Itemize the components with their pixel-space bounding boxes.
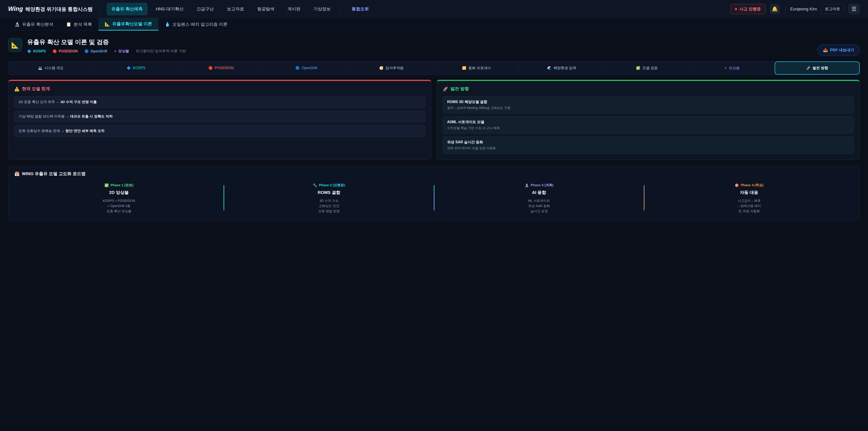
nav-item-hns-air-diffusion[interactable]: HNS·대기확산: [151, 3, 188, 16]
oil-fence-icon: 💧: [165, 22, 170, 27]
limitations-title-text: 현재 모델 한계: [22, 86, 50, 92]
nav-item-integrated-search[interactable]: 통합조회: [347, 3, 374, 16]
model-badge-row: 🔷 KOSPS 🔴 POSEIDON 🔵 OpenDrift ⚡ 앙상블 라그랑…: [27, 49, 186, 54]
page-title-icon-box: 📐: [8, 38, 22, 52]
chip-label: POSEIDON: [215, 66, 234, 70]
diamond-icon: 🔷: [27, 49, 31, 53]
badge-label: 앙상블: [118, 49, 129, 54]
direction-card-desc: 광역→상세역 Nesting 200m급 고해상도 구현: [447, 106, 849, 110]
nav-item-aerial-search[interactable]: 항공탐색: [252, 3, 279, 16]
limitation-text: 기상-해양 결합 피드백 미적용 →: [19, 114, 70, 118]
brand-mark: Wing: [8, 5, 23, 12]
directions-panel-title: 🚀 발전 방향: [443, 86, 854, 92]
export-icon: 📤: [823, 48, 828, 53]
nav-item-weather-info[interactable]: 기상정보: [309, 3, 336, 16]
divider: [341, 5, 341, 13]
rocket-icon: 🚀: [443, 86, 448, 92]
roadmap-title-text: WING 유출유 모델 고도화 로드맵: [22, 171, 86, 177]
badge-label: OpenDrift: [91, 49, 107, 53]
phase-line: 조류 정밀 반영: [224, 209, 434, 214]
red-circle-icon: 🔴: [53, 49, 57, 53]
chip-label: 모델 검증: [642, 66, 657, 70]
chip-label: 입자추적법: [385, 66, 404, 70]
hamburger-icon: ☰: [851, 6, 857, 12]
nav-item-oil-spill-prediction[interactable]: 유출유 확산예측: [106, 3, 148, 16]
direction-card: ROMS 3D 해양모델 결합 광역→상세역 Nesting 200m급 고해상…: [443, 96, 854, 114]
phase-line: 전 과정 자동화: [645, 209, 854, 214]
limitation-item: 기상-해양 결합 피드백 미적용 → 대규모 유출 시 정확도 저하: [14, 111, 425, 122]
chip-marine-environment-input[interactable]: 🌊 해양환경 입력: [519, 61, 604, 74]
direction-card-desc: 수치모델 학습 기반 수초 내 근사 예측: [447, 126, 849, 130]
incident-badge-label: 사고 진행중: [739, 6, 761, 12]
chip-poseidon[interactable]: 🔴 POSEIDON: [179, 61, 264, 74]
check-icon: ✅: [104, 183, 109, 187]
badge-label: KOSPS: [33, 49, 46, 53]
tab-diffusion-model-theory[interactable]: 📐 유출유확산모델 이론: [98, 18, 158, 31]
limitation-text: 2D 표층 확산 모의 위주 →: [19, 100, 60, 104]
chip-label: KOSPS: [133, 66, 145, 70]
logout-button[interactable]: 로그아웃: [821, 4, 844, 14]
wave-icon: 🌊: [547, 66, 552, 70]
phase-2-name: ROMS 결합: [224, 190, 434, 195]
current-limitations-panel: ⚠️ 현재 모델 한계 2D 표층 확산 모의 위주 → 3D 수직 구조 반영…: [8, 80, 431, 160]
hamburger-menu-button[interactable]: ☰: [848, 4, 860, 14]
chip-label: 발전 방향: [813, 66, 828, 70]
notifications-button[interactable]: 🔔: [770, 4, 780, 14]
triangle-ruler-icon: 📐: [11, 41, 19, 49]
roadmap-panel: 📅 WING 유출유 모델 고도화 로드맵 ✅ Phase 1 (완료) 2D …: [8, 166, 860, 221]
chip-particle-tracking[interactable]: 🧭 입자추적법: [349, 61, 434, 74]
badge-label: POSEIDON: [59, 49, 78, 53]
phase-3-name: AI 융합: [434, 190, 644, 195]
tab-label: 오일펜스 배치 알고리즘 이론: [173, 22, 228, 27]
check-icon: ✅: [636, 66, 640, 70]
chip-opendrift[interactable]: 🔵 OpenDrift: [264, 61, 349, 74]
chip-system-overview[interactable]: 💻 시스템 개요: [8, 61, 94, 74]
direction-card: AI/ML 서로게이트 모델 수치모델 학습 기반 수초 내 근사 예측: [443, 116, 854, 133]
bell-icon: 🔔: [772, 6, 778, 12]
topbar: Wing 해양환경 위기대응 통합시스템 유출유 확산예측 HNS·대기확산 긴…: [0, 0, 868, 18]
tab-oil-fence-algorithm-theory[interactable]: 💧 오일펜스 배치 알고리즘 이론: [158, 18, 234, 31]
nav-item-board[interactable]: 게시판: [283, 3, 305, 16]
rocket-icon: 🚀: [806, 66, 811, 70]
nav-item-reports[interactable]: 보고자료: [222, 3, 249, 16]
tab-analysis-list[interactable]: 📋 분석 목록: [60, 18, 98, 31]
page-title: 유출유 확산 모델 이론 및 검증: [27, 38, 186, 46]
sub-tab-bar: 🔬 유출유 확산분석 📋 분석 목록 📐 유출유확산모델 이론 💧 오일펜스 배…: [0, 18, 868, 31]
page-subtitle-note: 라그랑지안 입자추적 이론 기반: [136, 49, 186, 54]
user-name: Eunjeong Kim: [790, 6, 817, 11]
phase-3: 🔬 Phase 3 (계획) AI 융합 ML 서로게이트 위성 SAR 동화 …: [434, 182, 644, 214]
chip-kosps[interactable]: 🔷 KOSPS: [94, 61, 179, 74]
limitation-bold-text: 항만·연안 세부 예측 오차: [66, 129, 105, 133]
pdf-export-button[interactable]: 📤 PDF 내보내기: [817, 44, 860, 56]
phase-line: 실시간 보정: [434, 209, 644, 214]
chip-model-validation[interactable]: ✅ 모델 검증: [604, 61, 690, 74]
chip-label: OpenDrift: [302, 66, 317, 70]
pdf-export-label: PDF 내보내기: [830, 48, 854, 53]
phase-line: 사고감지→예측: [645, 198, 854, 204]
divider: [99, 5, 100, 13]
tab-label: 분석 목록: [74, 22, 92, 27]
microscope-icon: 🔬: [14, 22, 20, 27]
future-directions-panel: 🚀 발전 방향 ROMS 3D 해양모델 결합 광역→상세역 Nesting 2…: [437, 80, 860, 160]
limitations-panel-title: ⚠️ 현재 모델 한계: [14, 86, 425, 92]
incident-dot-icon: [735, 8, 737, 10]
phase-label-text: Phase 1 (완료): [111, 183, 133, 187]
direction-card-desc: 관측 유막 데이터 모델 보정 자동화: [447, 146, 849, 150]
chip-weathering-process[interactable]: 🔁 풍화 프로세스: [434, 61, 520, 74]
clipboard-icon: 📋: [66, 22, 71, 27]
badge-ensemble: ⚡ 앙상블: [114, 49, 129, 54]
blue-circle-icon: 🔵: [296, 66, 300, 70]
phase-1-label: ✅ Phase 1 (완료): [104, 183, 133, 187]
phase-1-name: 2D 앙상블: [14, 190, 223, 195]
nav-item-emergency-rescue[interactable]: 긴급구난: [192, 3, 219, 16]
triangle-ruler-icon: 📐: [105, 22, 110, 27]
directions-card-list: ROMS 3D 해양모델 결합 광역→상세역 Nesting 200m급 고해상…: [443, 96, 854, 154]
tab-oil-spill-analysis[interactable]: 🔬 유출유 확산분석: [8, 18, 60, 31]
limitation-text: 조류 조화상수 분해능 한계 →: [19, 129, 66, 133]
incident-status-badge: 사고 진행중: [730, 4, 766, 14]
chip-future-direction[interactable]: 🚀 발전 방향: [775, 61, 860, 74]
phase-2: 🔧 Phase 2 (진행중) ROMS 결합 3D 수직 구조 고해상도 연안…: [224, 182, 434, 214]
direction-card-title: AI/ML 서로게이트 모델: [447, 120, 849, 125]
target-icon: 🎯: [735, 183, 739, 187]
chip-ensemble[interactable]: ⚡ 앙상블: [690, 61, 775, 74]
